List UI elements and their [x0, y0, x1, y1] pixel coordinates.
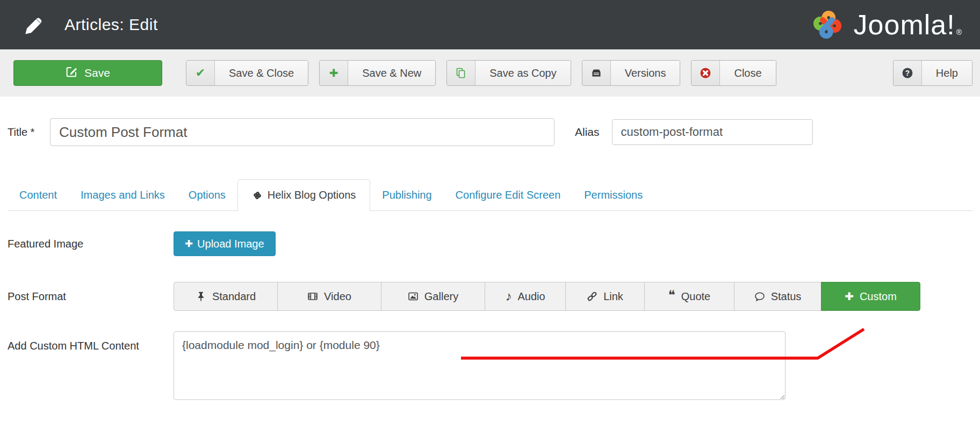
- check-icon: ✔: [186, 61, 215, 85]
- post-format-link-button[interactable]: Link: [565, 282, 645, 311]
- featured-image-row: Featured Image ✚ Upload Image: [8, 231, 972, 256]
- pushpin-icon: [196, 291, 206, 302]
- tab-helix-blog-options[interactable]: Helix Blog Options: [237, 179, 371, 211]
- page-title: Articles: Edit: [64, 16, 158, 34]
- tab-publishing[interactable]: Publishing: [370, 180, 443, 210]
- post-format-row: Post Format Standard Video: [8, 282, 972, 311]
- save-button[interactable]: Save: [13, 60, 162, 86]
- upload-image-button[interactable]: ✚ Upload Image: [174, 231, 276, 256]
- alias-input[interactable]: [612, 119, 813, 145]
- versions-button[interactable]: Versions: [582, 60, 681, 86]
- close-button[interactable]: Close: [691, 60, 776, 86]
- speech-bubble-icon: [754, 291, 765, 302]
- post-format-video-button[interactable]: Video: [277, 282, 381, 311]
- chain-link-icon: [587, 291, 597, 302]
- pencil-icon: [23, 13, 45, 36]
- save-button-label: Save: [84, 67, 110, 79]
- save-and-close-button[interactable]: ✔ Save & Close: [186, 60, 308, 86]
- picture-icon: [408, 291, 419, 302]
- copy-icon: [447, 61, 475, 85]
- tab-options[interactable]: Options: [177, 180, 237, 210]
- post-format-audio-button[interactable]: ♪ Audio: [485, 282, 566, 311]
- post-format-button-group: Standard Video Gallery ♪ Audio: [174, 282, 920, 311]
- joomla-logo: Joomla!®: [806, 0, 962, 49]
- help-button[interactable]: ? Help: [893, 60, 972, 86]
- save-and-new-button[interactable]: ✚ Save & New: [319, 60, 436, 86]
- upload-image-label: Upload Image: [197, 238, 264, 250]
- post-format-gallery-button[interactable]: Gallery: [381, 282, 485, 311]
- joomla-logo-mark: [806, 4, 848, 46]
- save-and-close-label: Save & Close: [215, 61, 308, 85]
- custom-html-label: Add Custom HTML Content: [8, 331, 174, 352]
- music-note-icon: ♪: [505, 290, 511, 303]
- tab-images-and-links[interactable]: Images and Links: [69, 180, 177, 210]
- registered-mark: ®: [956, 28, 962, 37]
- title-input[interactable]: [50, 118, 554, 146]
- plus-icon: ✚: [320, 61, 348, 85]
- svg-text:?: ?: [905, 69, 910, 77]
- title-label: Title *: [8, 126, 50, 139]
- quote-icon: ❝: [668, 289, 675, 302]
- title-alias-row: Title * Alias: [8, 118, 972, 146]
- custom-html-row: Add Custom HTML Content {loadmodule mod_…: [8, 331, 972, 400]
- post-format-label: Post Format: [8, 290, 174, 303]
- edit-tabs: Content Images and Links Options Helix B…: [8, 179, 972, 211]
- plus-icon: ✚: [185, 239, 193, 249]
- post-format-quote-button[interactable]: ❝ Quote: [644, 282, 734, 311]
- featured-image-label: Featured Image: [8, 238, 174, 250]
- archive-icon: [582, 61, 611, 85]
- tab-permissions[interactable]: Permissions: [572, 180, 654, 210]
- plus-icon: ✚: [845, 291, 854, 302]
- save-and-new-label: Save & New: [348, 61, 435, 85]
- helix-joomla-icon: [252, 190, 263, 201]
- articles-edit-page: Articles: Edit Joomla!® Save ✔ Save & Cl…: [0, 0, 980, 422]
- tab-configure-edit-screen[interactable]: Configure Edit Screen: [444, 180, 573, 210]
- save-as-copy-label: Save as Copy: [475, 61, 571, 85]
- save-as-copy-button[interactable]: Save as Copy: [446, 60, 571, 86]
- custom-html-textarea[interactable]: {loadmodule mod_login} or {module 90}: [174, 331, 786, 400]
- tab-helix-blog-options-label: Helix Blog Options: [268, 189, 356, 201]
- alias-label: Alias: [575, 126, 600, 139]
- post-format-custom-button[interactable]: ✚ Custom: [821, 282, 920, 311]
- save-edit-icon: [66, 66, 78, 81]
- post-format-status-button[interactable]: Status: [734, 282, 822, 311]
- versions-label: Versions: [611, 61, 680, 85]
- page-header: Articles: Edit Joomla!®: [0, 0, 980, 49]
- toolbar: Save ✔ Save & Close ✚ Save & New Save as…: [0, 49, 980, 97]
- post-format-standard-button[interactable]: Standard: [174, 282, 278, 311]
- help-label: Help: [922, 61, 972, 85]
- close-label: Close: [720, 61, 775, 85]
- question-circle-icon: ?: [893, 61, 922, 85]
- close-circle-icon: [691, 61, 720, 85]
- joomla-logo-text: Joomla!: [854, 9, 955, 41]
- tab-content[interactable]: Content: [8, 180, 69, 210]
- film-icon: [307, 291, 318, 302]
